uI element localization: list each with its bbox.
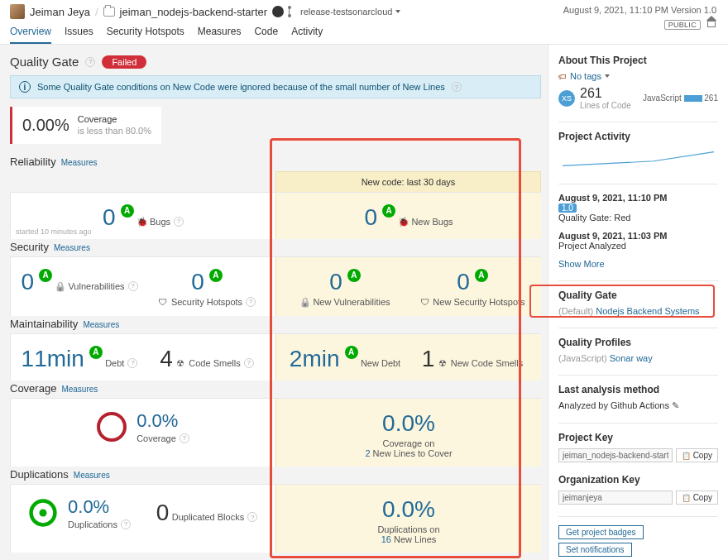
lock-icon [55, 281, 65, 291]
analysis-date: August 9, 2021, 11:10 PM Version 1.0 [563, 5, 716, 15]
info-text: Some Quality Gate conditions on New Code… [37, 82, 445, 92]
info-banner: i Some Quality Gate conditions on New Co… [10, 75, 541, 98]
owner-name[interactable]: Jeiman Jeya [30, 6, 90, 18]
help-icon[interactable]: ? [247, 512, 257, 522]
project-name[interactable]: jeiman_nodejs-backend-starter [120, 6, 267, 18]
new-hotspots-value[interactable]: 0 A [457, 269, 488, 295]
branch-select[interactable]: release-testsonarcloud [289, 7, 400, 17]
bugs-value[interactable]: 0 A [103, 204, 134, 231]
project-key-field[interactable] [558, 448, 673, 462]
coverage-ring-icon [97, 412, 127, 442]
lam-title: Last analysis method [558, 384, 718, 395]
reliability-measures-link[interactable]: Measures [61, 158, 98, 167]
new-code-smells-label: New Code Smells [451, 358, 523, 368]
sqale-rating: A [89, 346, 103, 359]
vulnerabilities-label: Vulnerabilities [68, 281, 124, 291]
new-duplications-label-top: Duplications on [285, 524, 533, 534]
qg-fail-value: 0.00% [22, 116, 69, 135]
help-icon[interactable]: ? [452, 82, 462, 92]
copy-org-key-button[interactable]: Copy [676, 491, 718, 505]
qg-default-label: (Default) [558, 306, 593, 316]
code-smells-value[interactable]: 4 [160, 346, 173, 372]
maintainability-measures-link[interactable]: Measures [83, 320, 119, 329]
folder-icon [103, 7, 115, 17]
new-reliability-rating: A [382, 204, 395, 218]
new-code-smells-value[interactable]: 1 [422, 346, 435, 372]
lock-icon [299, 297, 309, 307]
tab-measures[interactable]: Measures [198, 22, 242, 44]
duplications-measures-link[interactable]: Measures [74, 471, 110, 480]
info-icon: i [19, 81, 31, 93]
help-icon[interactable]: ? [121, 519, 131, 529]
hotspots-value[interactable]: 0 A [191, 269, 223, 295]
help-icon[interactable]: ? [128, 281, 138, 291]
coverage-measures-link[interactable]: Measures [61, 385, 98, 394]
duplication-ring-icon [28, 498, 58, 528]
duplicated-blocks-value[interactable]: 0 [156, 500, 170, 526]
tags-link[interactable]: No tags [558, 71, 610, 81]
loc-value[interactable]: 261 [580, 86, 631, 101]
get-badges-button[interactable]: Get project badges [558, 525, 644, 539]
new-duplications-value[interactable]: 0.0% [382, 496, 435, 523]
activity-detail: Quality Gate: Red [558, 213, 718, 223]
chevron-down-icon [605, 74, 610, 78]
avatar [10, 4, 25, 19]
qp-lang: (JavaScript) [558, 353, 607, 363]
new-bugs-value[interactable]: 0 A [364, 204, 395, 231]
new-lines[interactable]: 16 [381, 534, 391, 544]
duplicated-blocks-label: Duplicated Blocks [172, 512, 244, 522]
new-vulnerabilities-value[interactable]: 0 A [329, 269, 361, 295]
coverage-value[interactable]: 0.0% [136, 410, 189, 432]
quality-gate-status: Quality Gate ? Failed [10, 55, 541, 69]
version-badge: 1.0 [558, 203, 577, 213]
lam-detail: Analyzed by Github Actions [558, 400, 669, 410]
qg-fail-label: Coverage [78, 114, 117, 124]
github-icon[interactable] [272, 6, 284, 17]
duplications-value[interactable]: 0.0% [68, 496, 131, 518]
copy-project-key-button[interactable]: Copy [676, 448, 718, 462]
tab-overview[interactable]: Overview [10, 22, 51, 44]
tab-security-hotspots[interactable]: Security Hotspots [107, 22, 184, 44]
bug-icon [136, 217, 146, 227]
qp-name-link[interactable]: Sonar way [610, 353, 653, 363]
quality-gate-condition[interactable]: 0.00% Coverage is less than 80.0% [10, 107, 161, 144]
vulnerabilities-value[interactable]: 0 A [22, 269, 53, 295]
tab-activity[interactable]: Activity [291, 22, 323, 44]
rating: A [347, 269, 361, 282]
tab-code[interactable]: Code [254, 22, 278, 44]
rating: A [345, 346, 358, 359]
reliability-rating: A [121, 204, 134, 218]
status-badge: Failed [102, 55, 146, 69]
tab-issues[interactable]: Issues [65, 22, 93, 44]
help-icon[interactable]: ? [85, 57, 95, 67]
org-key-title: Organization Key [558, 474, 718, 486]
set-notifications-button[interactable]: Set notifications [558, 543, 632, 557]
home-icon[interactable] [706, 17, 716, 27]
rating: A [475, 269, 488, 282]
activity-sparkline[interactable] [558, 147, 718, 170]
help-icon[interactable]: ? [246, 297, 256, 307]
help-icon[interactable]: ? [127, 358, 137, 368]
new-debt-value[interactable]: 2min A [290, 346, 358, 372]
new-debt-label: New Debt [361, 358, 400, 368]
project-key-title: Project Key [558, 432, 718, 443]
new-coverage-value[interactable]: 0.0% [382, 410, 435, 437]
qg-name-link[interactable]: Nodejs Backend Systems [596, 306, 699, 316]
help-icon[interactable]: ? [174, 217, 184, 227]
duplications-title: Duplications [10, 468, 69, 481]
pencil-icon[interactable] [672, 400, 679, 410]
help-icon[interactable]: ? [180, 433, 189, 443]
new-bugs-label: New Bugs [411, 217, 453, 227]
org-key-field[interactable] [558, 491, 673, 505]
help-icon[interactable]: ? [244, 358, 254, 368]
chevron-down-icon [395, 10, 400, 13]
bug-icon [398, 217, 408, 227]
security-measures-link[interactable]: Measures [54, 243, 90, 252]
show-more-link[interactable]: Show More [558, 259, 718, 269]
code-smells-label: Code Smells [189, 358, 240, 368]
qp-title: Quality Profiles [558, 337, 718, 348]
quality-gate-title: Quality Gate [10, 55, 79, 69]
debt-value[interactable]: 11min A [22, 346, 103, 372]
lang-count: 261 [704, 93, 718, 103]
new-lines-to-cover[interactable]: 2 [365, 448, 370, 458]
